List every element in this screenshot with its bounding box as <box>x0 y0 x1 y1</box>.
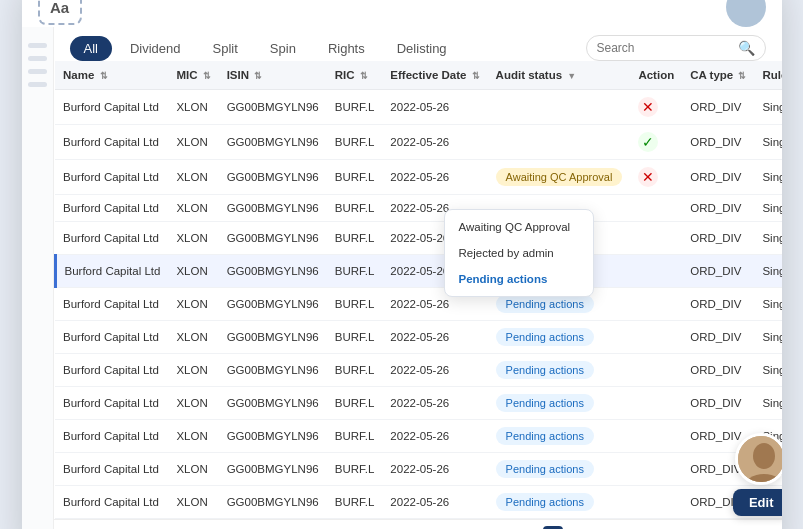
user-avatar <box>735 433 781 485</box>
col-mic[interactable]: MIC ⇅ <box>168 61 218 90</box>
cell-ca-type: ORD_DIV <box>682 125 754 160</box>
cell-isin: GG00BMGYLN96 <box>219 160 327 195</box>
tab-rights[interactable]: Rights <box>314 36 379 61</box>
cell-date: 2022-05-26 <box>382 420 487 453</box>
col-audit-status[interactable]: Audit status ▼ <box>488 61 631 90</box>
table-row[interactable]: Burford Capital LtdXLONGG00BMGYLN96BURF.… <box>55 288 782 321</box>
cell-rule-name: Single source minor currency <box>754 160 781 195</box>
cell-mic: XLON <box>168 420 218 453</box>
cell-isin: GG00BMGYLN96 <box>219 288 327 321</box>
dropdown-item-awaiting[interactable]: Awaiting QC Approval <box>445 214 593 240</box>
tab-spin[interactable]: Spin <box>256 36 310 61</box>
cell-ric: BURF.L <box>327 195 383 222</box>
cell-ca-type: ORD_DIV <box>682 195 754 222</box>
table-row[interactable]: Burford Capital LtdXLONGG00BMGYLN96BURF.… <box>55 354 782 387</box>
table-row[interactable]: Burford Capital LtdXLONGG00BMGYLN96BURF.… <box>55 420 782 453</box>
cell-ca-type: ORD_DIV <box>682 387 754 420</box>
col-ric[interactable]: RIC ⇅ <box>327 61 383 90</box>
nav-tabs: All Dividend Split Spin Rights Delisting… <box>54 27 782 61</box>
cell-name: Burford Capital Ltd <box>55 222 168 255</box>
table-row[interactable]: Burford Capital LtdXLONGG00BMGYLN96BURF.… <box>55 453 782 486</box>
cell-ric: BURF.L <box>327 255 383 288</box>
cell-action <box>630 321 682 354</box>
cell-action <box>630 486 682 519</box>
cell-audit-status: Pending actions <box>488 354 631 387</box>
data-table: Name ⇅ MIC ⇅ ISIN ⇅ RIC ⇅ Effective Date… <box>54 61 782 519</box>
cell-isin: GG00BMGYLN96 <box>219 387 327 420</box>
cell-mic: XLON <box>168 160 218 195</box>
cell-ric: BURF.L <box>327 90 383 125</box>
table-row[interactable]: Burford Capital LtdXLONGG00BMGYLN96BURF.… <box>55 125 782 160</box>
pagination: Showing 15 out of 100 Previous 1 2 3 4 5… <box>54 519 782 529</box>
cell-ric: BURF.L <box>327 354 383 387</box>
cell-isin: GG00BMGYLN96 <box>219 90 327 125</box>
action-reject-icon[interactable]: ✕ <box>638 167 658 187</box>
cell-isin: GG00BMGYLN96 <box>219 420 327 453</box>
main-card: Aa All Dividend Split Spin Rights Delist… <box>22 0 782 529</box>
cell-ric: BURF.L <box>327 387 383 420</box>
col-name[interactable]: Name ⇅ <box>55 61 168 90</box>
cell-ric: BURF.L <box>327 222 383 255</box>
cell-rule-name: Single source minor currency <box>754 321 781 354</box>
cell-name: Burford Capital Ltd <box>55 255 168 288</box>
cell-ric: BURF.L <box>327 420 383 453</box>
search-input[interactable] <box>597 41 732 55</box>
cell-mic: XLON <box>168 321 218 354</box>
cell-audit-status: Pending actions <box>488 387 631 420</box>
cell-ric: BURF.L <box>327 321 383 354</box>
table-row[interactable]: Burford Capital LtdXLONGG00BMGYLN96BURF.… <box>55 486 782 519</box>
action-reject-icon[interactable]: ✕ <box>638 97 658 117</box>
cell-mic: XLON <box>168 222 218 255</box>
table-row[interactable]: Burford Capital LtdXLONGG00BMGYLN96BURF.… <box>55 321 782 354</box>
tab-dividend[interactable]: Dividend <box>116 36 195 61</box>
cell-rule-name: Single source minor currency <box>754 125 781 160</box>
table-row[interactable]: Burford Capital LtdXLONGG00BMGYLN96BURF.… <box>55 387 782 420</box>
cell-ric: BURF.L <box>327 160 383 195</box>
cell-mic: XLON <box>168 125 218 160</box>
cell-ca-type: ORD_DIV <box>682 160 754 195</box>
dropdown-item-rejected[interactable]: Rejected by admin <box>445 240 593 266</box>
cell-name: Burford Capital Ltd <box>55 90 168 125</box>
cell-date: 2022-05-26 <box>382 387 487 420</box>
table-row[interactable]: Burford Capital LtdXLONGG00BMGYLN96BURF.… <box>55 222 782 255</box>
cell-date: 2022-05-26 <box>382 354 487 387</box>
tab-all[interactable]: All <box>70 36 112 61</box>
cell-ca-type: ORD_DIV <box>682 321 754 354</box>
col-effective-date[interactable]: Effective Date ⇅ <box>382 61 487 90</box>
sidebar-line <box>28 69 47 74</box>
dropdown-item-pending[interactable]: Pending actions <box>445 266 593 292</box>
cell-isin: GG00BMGYLN96 <box>219 453 327 486</box>
cell-name: Burford Capital Ltd <box>55 387 168 420</box>
audit-status-dropdown: Awaiting QC Approval Rejected by admin P… <box>444 209 594 297</box>
cell-rule-name: Single source minor currency <box>754 90 781 125</box>
table-row[interactable]: Burford Capital LtdXLONGG00BMGYLN96BURF.… <box>55 195 782 222</box>
cell-action: ✕ <box>630 160 682 195</box>
cell-audit-status <box>488 125 631 160</box>
cell-isin: GG00BMGYLN96 <box>219 222 327 255</box>
col-rule-name[interactable]: Rule name ⇅ <box>754 61 781 90</box>
edit-button[interactable]: Edit <box>733 489 782 516</box>
cell-ric: BURF.L <box>327 288 383 321</box>
col-isin[interactable]: ISIN ⇅ <box>219 61 327 90</box>
cell-action <box>630 288 682 321</box>
cell-action: ✕ <box>630 90 682 125</box>
cell-name: Burford Capital Ltd <box>55 321 168 354</box>
search-bar[interactable]: 🔍 <box>586 35 766 61</box>
table-row[interactable]: Burford Capital LtdXLONGG00BMGYLN96BURF.… <box>55 90 782 125</box>
cell-rule-name: Single source minor currency <box>754 255 781 288</box>
cell-action <box>630 420 682 453</box>
cell-date: 2022-05-26 <box>382 90 487 125</box>
table-header-row: Name ⇅ MIC ⇅ ISIN ⇅ RIC ⇅ Effective Date… <box>55 61 782 90</box>
cell-name: Burford Capital Ltd <box>55 354 168 387</box>
table-row[interactable]: Burford Capital LtdXLONGG00BMGYLN96BURF.… <box>55 160 782 195</box>
cell-rule-name: Single source minor currency <box>754 387 781 420</box>
col-ca-type[interactable]: CA type ⇅ <box>682 61 754 90</box>
cell-mic: XLON <box>168 486 218 519</box>
action-approve-icon[interactable]: ✓ <box>638 132 658 152</box>
cell-name: Burford Capital Ltd <box>55 160 168 195</box>
table-row[interactable]: Burford Capital LtdXLONGG00BMGYLN96BURF.… <box>55 255 782 288</box>
tab-delisting[interactable]: Delisting <box>383 36 461 61</box>
cell-ca-type: ORD_DIV <box>682 222 754 255</box>
tab-split[interactable]: Split <box>199 36 252 61</box>
cell-action <box>630 453 682 486</box>
